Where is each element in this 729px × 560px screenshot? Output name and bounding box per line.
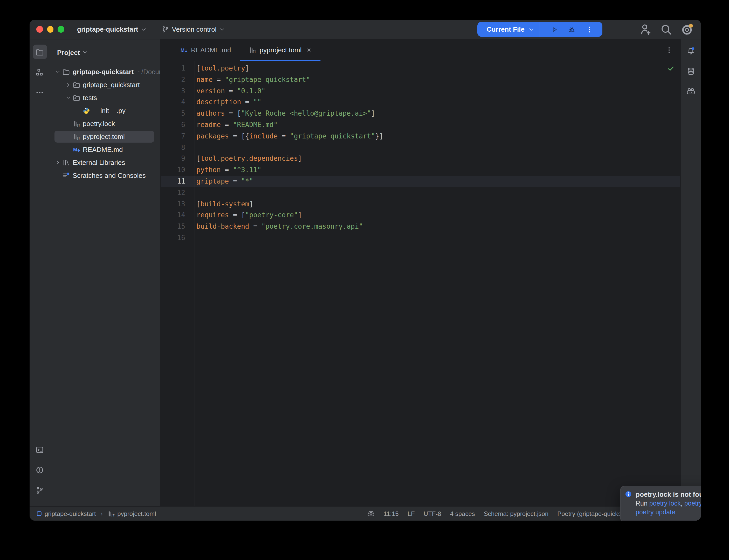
line-number[interactable]: 1	[161, 63, 185, 74]
run-configuration-selector[interactable]: Current File	[487, 25, 525, 33]
poetry-update-link[interactable]: poetry update	[636, 509, 675, 516]
tree-item-tests[interactable]: tests	[50, 91, 160, 104]
more-run-options-button[interactable]	[584, 24, 595, 34]
scratches-icon	[62, 172, 70, 179]
svg-text:[T]: [T]	[76, 124, 80, 127]
code-line[interactable]: 12	[161, 187, 680, 199]
poetry-lock-link[interactable]: poetry lock	[649, 500, 681, 507]
terminal-tool-button[interactable]	[32, 442, 47, 457]
code-line[interactable]: 4description = ""	[161, 97, 680, 108]
close-tab-button[interactable]	[306, 47, 312, 53]
structure-tool-button[interactable]	[32, 65, 47, 79]
code-line[interactable]: 7packages = [{include = "griptape_quicks…	[161, 131, 680, 142]
notification-text: ,	[681, 500, 684, 507]
line-number[interactable]: 4	[161, 97, 185, 108]
more-tool-windows-button[interactable]	[32, 85, 47, 100]
tree-item-init-py[interactable]: __init__.py	[50, 104, 160, 117]
ai-status-icon[interactable]	[368, 510, 375, 517]
line-number[interactable]: 8	[161, 142, 185, 153]
chevron-down-icon[interactable]	[528, 26, 535, 32]
tree-item-external-libraries[interactable]: External Libraries	[50, 156, 160, 169]
chevron-down-icon[interactable]	[54, 68, 61, 75]
line-number[interactable]: 5	[161, 108, 185, 119]
code-line[interactable]: 16	[161, 232, 680, 244]
toml-file-icon: [T]	[107, 510, 115, 517]
tree-item-project-root[interactable]: griptape-quickstart~/Docume	[50, 65, 160, 78]
ai-assistant-button[interactable]	[684, 84, 698, 99]
code-line[interactable]: 5authors = ["Kyle Roche <hello@griptape.…	[161, 108, 680, 119]
line-number[interactable]: 11	[161, 176, 185, 187]
breadcrumb-file[interactable]: pyproject.toml	[117, 510, 156, 517]
tab-readme[interactable]: MREADME.md	[171, 39, 240, 61]
code-line[interactable]: 11griptape = "*"	[161, 176, 680, 187]
tab-label: pyproject.toml	[260, 46, 302, 54]
code-line[interactable]: 13[build-system]	[161, 198, 680, 210]
poetry-lock-no-update-link[interactable]: poetry lock --no-update	[684, 500, 701, 507]
svg-text:M: M	[73, 147, 77, 152]
code-line[interactable]: 14requires = ["poetry-core"]	[161, 210, 680, 221]
breadcrumb-project[interactable]: griptape-quickstart	[45, 510, 96, 517]
line-number[interactable]: 12	[161, 187, 185, 199]
debug-button[interactable]	[567, 24, 577, 34]
tree-item-label: __init__.py	[93, 107, 126, 115]
settings-button[interactable]	[680, 23, 694, 36]
search-everywhere-button[interactable]	[660, 23, 673, 36]
line-number[interactable]: 10	[161, 164, 185, 176]
editor-area: MREADME.md[T]pyproject.toml 1[tool.poetr…	[161, 39, 680, 506]
line-number[interactable]: 9	[161, 153, 185, 165]
chevron-right-icon[interactable]	[65, 81, 71, 88]
line-number[interactable]: 7	[161, 131, 185, 142]
code-line[interactable]: 1[tool.poetry]	[161, 63, 680, 74]
line-number[interactable]: 3	[161, 85, 185, 97]
code-line[interactable]: 3version = "0.1.0"	[161, 85, 680, 97]
version-control-tool-button[interactable]	[32, 483, 47, 497]
zoom-window-button[interactable]	[58, 26, 64, 33]
caret-position-widget[interactable]: 11:15	[384, 510, 399, 517]
code-line[interactable]: 15build-backend = "poetry.core.masonry.a…	[161, 221, 680, 232]
line-number[interactable]: 13	[161, 198, 185, 210]
line-number[interactable]: 14	[161, 210, 185, 221]
vcs-widget[interactable]: Version control	[162, 25, 225, 33]
tab-label: README.md	[191, 46, 231, 54]
project-name-widget[interactable]: griptape-quickstart	[77, 25, 147, 33]
code-with-me-button[interactable]	[639, 23, 652, 36]
line-number[interactable]: 16	[161, 232, 185, 244]
folder-pkg-icon	[72, 94, 80, 102]
line-number[interactable]: 2	[161, 74, 185, 86]
tree-item-poetry-lock[interactable]: [T]poetry.lock	[50, 117, 160, 130]
chevron-right-icon[interactable]	[54, 159, 61, 166]
tree-item-scratches[interactable]: Scratches and Consoles	[50, 169, 160, 182]
tree-item-readme[interactable]: MREADME.md	[50, 143, 160, 156]
title-bar-actions: Current File	[477, 22, 701, 37]
line-number[interactable]: 6	[161, 119, 185, 131]
code-line[interactable]: 10python = "^3.11"	[161, 164, 680, 176]
line-number[interactable]: 15	[161, 221, 185, 232]
line-separator-widget[interactable]: LF	[408, 510, 415, 517]
divider	[540, 22, 540, 37]
code-line[interactable]: 9[tool.poetry.dependencies]	[161, 153, 680, 165]
encoding-widget[interactable]: UTF-8	[424, 510, 441, 517]
project-panel-header[interactable]: Project	[50, 39, 160, 65]
problems-tool-button[interactable]	[32, 463, 47, 477]
left-tool-strip	[30, 39, 50, 506]
tab-pyproject-toml[interactable]: [T]pyproject.toml	[240, 39, 321, 61]
code-line[interactable]: 2name = "griptape-quickstart"	[161, 74, 680, 86]
tree-item-pyproject-toml[interactable]: [T]pyproject.toml	[50, 130, 160, 143]
code-line[interactable]: 6readme = "README.md"	[161, 119, 680, 131]
code-viewport[interactable]: 1[tool.poetry]2name = "griptape-quicksta…	[161, 61, 680, 506]
run-button[interactable]	[549, 24, 559, 34]
project-tool-button[interactable]	[32, 45, 47, 59]
code-line-text: authors = ["Kyle Roche <hello@griptape.a…	[185, 108, 375, 119]
chevron-down-icon[interactable]	[65, 94, 71, 101]
tree-item-griptape-quickstart-pkg[interactable]: griptape_quickstart	[50, 78, 160, 91]
json-schema-widget[interactable]: Schema: pyproject.json	[484, 510, 549, 517]
right-tool-strip	[680, 39, 701, 506]
tree-item-label: griptape-quickstart	[73, 68, 134, 76]
indentation-widget[interactable]: 4 spaces	[450, 510, 475, 517]
notifications-button[interactable]	[684, 44, 698, 58]
tab-options-button[interactable]	[665, 39, 673, 61]
minimize-window-button[interactable]	[47, 26, 53, 33]
close-window-button[interactable]	[36, 26, 43, 33]
database-tool-button[interactable]	[684, 64, 698, 78]
code-line[interactable]: 8	[161, 142, 680, 153]
